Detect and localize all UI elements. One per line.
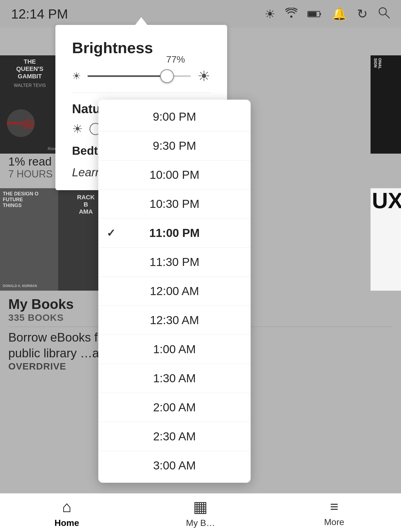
time-label: 2:30 AM [153,430,196,443]
nav-home-label: Home [55,518,79,528]
time-label: 9:00 PM [153,110,196,123]
wifi-icon [285,8,297,20]
brightness-thumb[interactable] [160,69,174,83]
bell-icon[interactable]: 🔔 [332,7,347,21]
time-label: 11:30 PM [150,255,199,269]
sun-small-icon: ☀ [72,70,81,82]
panel-divider-1 [72,93,210,93]
slider-row: ☀ ☀ [72,68,210,84]
brightness-title: Brightness [72,39,210,57]
time-label: 11:00 PM [149,226,200,240]
time-label: 3:00 AM [153,459,196,472]
check-icon: ✓ [107,227,115,239]
time-option-1130pm[interactable]: 11:30 PM [98,248,251,277]
my-books-section: My Books 335 BOOKS [8,296,74,323]
time-label: 10:30 PM [150,197,199,211]
nav-more[interactable]: ≡ More [268,498,400,527]
time-option-1000pm[interactable]: 10:00 PM [98,161,251,190]
battery-icon [307,7,322,21]
time-label: 2:00 AM [153,401,196,414]
bottom-nav: ⌂ Home ▦ My B… ≡ More [0,493,401,532]
time-label: 1:00 AM [153,343,196,356]
time-picker: 9:00 PM 9:30 PM 10:00 PM 10:30 PM ✓ 11:0… [98,100,251,483]
svg-rect-1 [308,12,317,16]
my-books-title: My Books [8,296,74,312]
mybooks-icon: ▦ [193,498,208,516]
brightness-percent: 77% [166,54,185,65]
time-option-130am[interactable]: 1:30 AM [98,364,251,393]
nav-more-label: More [324,517,344,527]
time-label: 10:00 PM [150,168,199,182]
warm-sun-icon: ☀ [72,122,83,136]
status-icons: ☀ 🔔 ↻ [264,6,390,21]
time-option-300am[interactable]: 3:00 AM [98,451,251,480]
time-option-1030pm[interactable]: 10:30 PM [98,190,251,219]
time-option-900pm[interactable]: 9:00 PM [98,102,251,131]
book-emotional-design[interactable]: ONALSIGN [371,55,401,154]
time-option-230am[interactable]: 2:30 AM [98,422,251,451]
time-option-930pm[interactable]: 9:30 PM [98,131,251,161]
status-time: 12:14 PM [11,6,68,22]
book-ux[interactable]: UX [371,188,401,291]
search-icon[interactable] [378,6,390,21]
my-books-count: 335 BOOKS [8,312,74,323]
time-option-100am[interactable]: 1:00 AM [98,335,251,364]
status-bar: 12:14 PM ☀ 🔔 ↻ [0,0,401,28]
book-queens-gambit[interactable]: THEQUEEN'SGAMBIT WALTER TEVIS NETFLIXA N… [0,55,60,154]
time-label: 9:30 PM [153,139,196,153]
brightness-track[interactable] [88,75,191,77]
time-option-1230am[interactable]: 12:30 AM [98,306,251,335]
svg-line-3 [385,14,389,18]
time-option-200am[interactable]: 2:00 AM [98,393,251,422]
time-label: 1:30 AM [153,372,196,385]
book-design-future[interactable]: THE DESIGN OFUTURETHINGS DONALD A. NORMA… [0,188,58,291]
brightness-fill [88,75,167,77]
time-label: 12:00 AM [150,285,199,298]
time-label: 12:30 AM [150,314,199,327]
nav-mybooks[interactable]: ▦ My B… [134,498,267,528]
nav-mybooks-label: My B… [186,518,215,528]
home-icon: ⌂ [62,498,71,516]
brightness-slider-container: 77% ☀ ☀ [72,68,210,84]
more-icon: ≡ [330,498,338,515]
time-option-1100pm[interactable]: ✓ 11:00 PM [98,219,251,248]
sun-large-icon: ☀ [197,68,210,84]
nav-home[interactable]: ⌂ Home [1,498,133,528]
brightness-icon[interactable]: ☀ [264,7,275,21]
sync-icon[interactable]: ↻ [357,6,368,21]
time-option-1200am[interactable]: 12:00 AM [98,277,251,306]
